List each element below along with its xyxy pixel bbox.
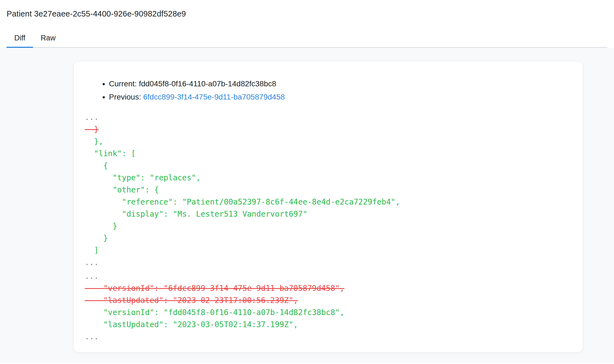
- content-area: Current: fdd045f8-0f16-4110-a07b-14d82fc…: [0, 48, 614, 363]
- tabs-bar: Diff Raw: [7, 30, 607, 48]
- diff-removed-line: }: [85, 123, 572, 136]
- diff-viewer: ... } }, "link": [ { "type": "replaces",…: [85, 111, 572, 343]
- diff-added-line: ]: [85, 244, 572, 257]
- diff-added-line: {: [85, 160, 572, 172]
- diff-added-line: "type": "replaces",: [85, 172, 572, 184]
- diff-added-line: "link": [: [85, 148, 572, 160]
- previous-version-link[interactable]: 6fdcc899-3f14-475e-9d11-ba705879d458: [143, 93, 285, 101]
- diff-added-line: },: [85, 136, 572, 148]
- diff-added-line: "lastUpdated": "2023-03-05T02:14:37.199Z…: [85, 319, 572, 331]
- page-title: Patient 3e27eaee-2c55-4400-926e-90982df5…: [7, 9, 607, 18]
- current-version-value: fdd045f8-0f16-4110-a07b-14d82fc38bc8: [139, 79, 276, 88]
- tab-diff[interactable]: Diff: [7, 30, 33, 48]
- page-header: Patient 3e27eaee-2c55-4400-926e-90982df5…: [0, 0, 614, 48]
- version-item-previous: Previous: 6fdcc899-3f14-475e-9d11-ba7058…: [109, 90, 572, 104]
- diff-added-line: }: [85, 220, 572, 232]
- diff-section: ... } }, "link": [ { "type": "replaces",…: [85, 111, 572, 269]
- diff-added-line: "display": "Ms. Lester513 Vandervort697": [85, 208, 572, 220]
- previous-version-label: Previous:: [109, 93, 143, 101]
- diff-added-line: }: [85, 232, 572, 244]
- diff-added-line: "other": {: [85, 184, 572, 196]
- current-version-label: Current:: [109, 79, 139, 88]
- tab-raw[interactable]: Raw: [33, 30, 63, 48]
- version-item-current: Current: fdd045f8-0f16-4110-a07b-14d82fc…: [109, 77, 572, 90]
- diff-added-line: "reference": "Patient/00a52397-8c6f-44ee…: [85, 196, 572, 208]
- diff-section: ... "versionId": "6fdcc899-3f14-475e-9d1…: [85, 270, 572, 343]
- diff-ellipsis: ...: [85, 331, 572, 343]
- diff-removed-line: "lastUpdated": "2023-02-23T17:00:56.239Z…: [85, 294, 572, 307]
- diff-ellipsis: ...: [85, 270, 572, 282]
- diff-added-line: "versionId": "fdd045f8-0f16-4110-a07b-14…: [85, 307, 572, 319]
- version-list: Current: fdd045f8-0f16-4110-a07b-14d82fc…: [85, 77, 572, 104]
- diff-ellipsis: ...: [85, 257, 572, 269]
- content-card: Current: fdd045f8-0f16-4110-a07b-14d82fc…: [73, 61, 583, 352]
- diff-removed-line: "versionId": "6fdcc899-3f14-475e-9d11-ba…: [85, 282, 572, 294]
- diff-ellipsis: ...: [85, 111, 572, 123]
